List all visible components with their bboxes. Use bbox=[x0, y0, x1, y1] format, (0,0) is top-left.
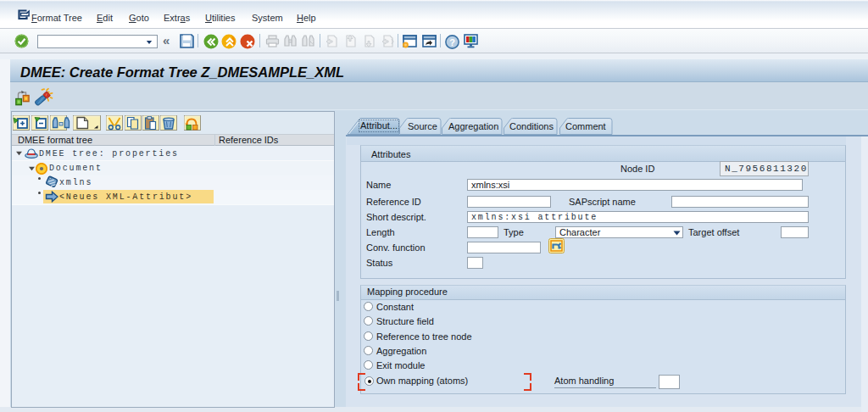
svg-text:?: ? bbox=[449, 37, 455, 47]
